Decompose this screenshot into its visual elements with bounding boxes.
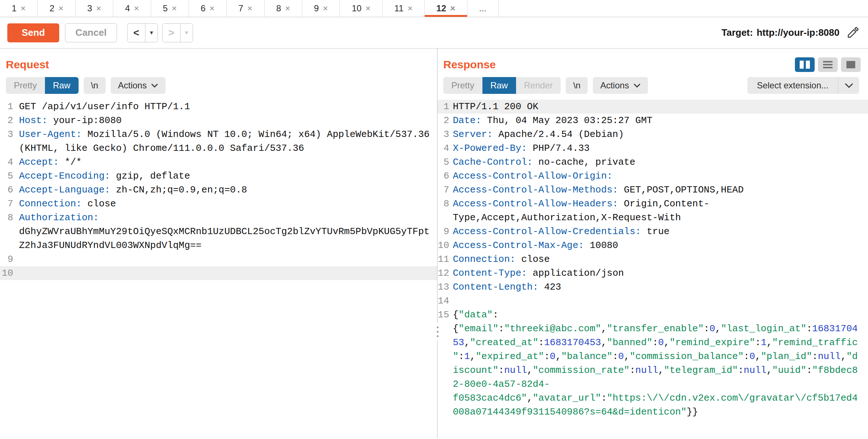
line-number: 1	[437, 100, 453, 114]
line-number: 5	[0, 169, 19, 183]
response-editor[interactable]: 1HTTP/1.1 200 OK2Date: Thu, 04 May 2023 …	[437, 100, 868, 438]
history-back-button[interactable]: <	[128, 24, 145, 42]
request-tab-raw[interactable]: Raw	[45, 77, 79, 94]
tab-close-icon[interactable]: ×	[172, 4, 177, 13]
tab-close-icon[interactable]: ×	[134, 4, 139, 13]
tab-close-icon[interactable]: ×	[247, 4, 253, 13]
code-text: GET /api/v1/user/info HTTP/1.1	[19, 100, 437, 114]
code-text: Accept: */*	[19, 155, 437, 169]
history-forward-button[interactable]: >	[163, 24, 180, 42]
response-viewbar: Pretty Raw Render \n Actions Select exte…	[437, 77, 868, 94]
request-viewbar: Pretty Raw \n Actions	[0, 77, 437, 94]
tab-close-icon[interactable]: ×	[323, 4, 328, 13]
send-button[interactable]: Send	[7, 23, 59, 42]
tab-close-icon[interactable]: ×	[20, 4, 26, 13]
line-number: 4	[437, 141, 453, 155]
response-code-line-15[interactable]: 15{"data":{"email":"threeki@abc.com","tr…	[437, 308, 868, 419]
tab-close-icon[interactable]: ×	[450, 4, 455, 13]
code-text: Connection: close	[453, 252, 868, 266]
request-code-line-6[interactable]: 6Accept-Language: zh-CN,zh;q=0.9,en;q=0.…	[0, 183, 437, 197]
response-code-line-14[interactable]: 14	[437, 294, 868, 308]
response-linebreak-toggle[interactable]: \n	[566, 77, 588, 94]
request-actions-button[interactable]: Actions	[111, 77, 166, 94]
response-code-line-9[interactable]: 9Access-Control-Allow-Credentials: true	[437, 225, 868, 238]
line-number: 3	[437, 127, 453, 141]
repeater-tab-1[interactable]: 1×	[0, 0, 38, 17]
request-view-tab-group: Pretty Raw	[6, 77, 79, 94]
response-code-line-3[interactable]: 3Server: Apache/2.4.54 (Debian)	[437, 127, 868, 141]
repeater-tab-10[interactable]: 10×	[340, 0, 383, 17]
tab-close-icon[interactable]: ×	[96, 4, 101, 13]
request-linebreak-toggle[interactable]: \n	[84, 77, 106, 94]
repeater-tab-4[interactable]: 4×	[113, 0, 151, 17]
response-code-line-1[interactable]: 1HTTP/1.1 200 OK	[437, 100, 868, 114]
tab-label: 9	[314, 3, 319, 14]
response-tab-pretty[interactable]: Pretty	[443, 77, 482, 94]
repeater-tab-2[interactable]: 2×	[38, 0, 75, 17]
request-code-line-7[interactable]: 7Connection: close	[0, 197, 437, 211]
code-text: X-Powered-By: PHP/7.4.33	[453, 141, 868, 155]
cancel-button[interactable]: Cancel	[65, 23, 117, 42]
response-tab-raw[interactable]: Raw	[482, 77, 516, 94]
repeater-tab-7[interactable]: 7×	[227, 0, 264, 17]
response-code-line-5[interactable]: 5Cache-Control: no-cache, private	[437, 155, 868, 169]
layout-rows-button[interactable]	[818, 57, 838, 72]
line-number: 13	[437, 280, 453, 294]
repeater-tab-11[interactable]: 11×	[383, 0, 425, 17]
code-text: Accept-Encoding: gzip, deflate	[19, 169, 437, 183]
code-text: Content-Type: application/json	[453, 266, 868, 280]
response-code-line-8[interactable]: 8Access-Control-Allow-Headers: Origin,Co…	[437, 197, 868, 225]
request-tab-pretty[interactable]: Pretty	[6, 77, 45, 94]
repeater-tab-bar: 1×2×3×4×5×6×7×8×9×10×11×12× ...	[0, 0, 868, 17]
pencil-icon[interactable]	[846, 26, 859, 39]
tab-label: 2	[49, 3, 54, 14]
response-code-line-11[interactable]: 11Connection: close	[437, 252, 868, 266]
tab-close-icon[interactable]: ×	[408, 4, 413, 13]
request-editor[interactable]: 1GET /api/v1/user/info HTTP/1.12Host: yo…	[0, 100, 437, 438]
line-number: 5	[437, 155, 453, 169]
repeater-tab-12[interactable]: 12×	[425, 0, 467, 17]
request-code-line-10[interactable]: 10	[0, 266, 437, 280]
repeater-tab-9[interactable]: 9×	[302, 0, 340, 17]
request-code-line-1[interactable]: 1GET /api/v1/user/info HTTP/1.1	[0, 100, 437, 114]
request-code-line-4[interactable]: 4Accept: */*	[0, 155, 437, 169]
line-number: 1	[0, 100, 19, 114]
line-number: 12	[437, 266, 453, 280]
repeater-tab-6[interactable]: 6×	[189, 0, 227, 17]
response-actions-button[interactable]: Actions	[593, 77, 648, 94]
request-code-line-2[interactable]: 2Host: your-ip:8080	[0, 114, 437, 127]
code-text: Accept-Language: zh-CN,zh;q=0.9,en;q=0.8	[19, 183, 437, 197]
code-text: User-Agent: Mozilla/5.0 (Windows NT 10.0…	[19, 127, 437, 155]
vertical-dots-icon	[437, 335, 439, 337]
history-back-dropdown-icon[interactable]: ▾	[145, 24, 158, 42]
response-code-line-2[interactable]: 2Date: Thu, 04 May 2023 03:25:27 GMT	[437, 114, 868, 127]
response-code-line-10[interactable]: 10Access-Control-Max-Age: 10080	[437, 238, 868, 252]
layout-single-button[interactable]	[841, 57, 861, 72]
tab-close-icon[interactable]: ×	[58, 4, 64, 13]
repeater-tab-5[interactable]: 5×	[151, 0, 189, 17]
response-code-line-4[interactable]: 4X-Powered-By: PHP/7.4.33	[437, 141, 868, 155]
response-code-line-13[interactable]: 13Content-Length: 423	[437, 280, 868, 294]
response-code-line-7[interactable]: 7Access-Control-Allow-Methods: GET,POST,…	[437, 183, 868, 197]
request-code-line-9[interactable]: 9	[0, 252, 437, 266]
panel-resize-handle[interactable]	[430, 323, 445, 340]
request-code-line-8[interactable]: 8Authorization: dGhyZWVraUBhYmMuY29tOiQy…	[0, 211, 437, 252]
response-code-line-6[interactable]: 6Access-Control-Allow-Origin:	[437, 169, 868, 183]
select-extension-button[interactable]: Select extension...	[747, 77, 838, 94]
response-code-line-12[interactable]: 12Content-Type: application/json	[437, 266, 868, 280]
select-extension-dropdown[interactable]	[838, 77, 859, 94]
request-code-line-5[interactable]: 5Accept-Encoding: gzip, deflate	[0, 169, 437, 183]
line-number: 6	[0, 183, 19, 197]
request-code-line-3[interactable]: 3User-Agent: Mozilla/5.0 (Windows NT 10.…	[0, 127, 437, 155]
tab-overflow[interactable]: ...	[467, 0, 499, 17]
chevron-down-icon	[845, 83, 853, 88]
layout-columns-button[interactable]	[795, 57, 815, 72]
tab-close-icon[interactable]: ×	[365, 4, 371, 13]
tab-close-icon[interactable]: ×	[285, 4, 290, 13]
history-forward-dropdown-icon[interactable]: ▾	[180, 24, 193, 42]
repeater-tab-3[interactable]: 3×	[76, 0, 113, 17]
response-tab-render[interactable]: Render	[516, 77, 561, 94]
line-number: 3	[0, 127, 19, 141]
repeater-tab-8[interactable]: 8×	[265, 0, 302, 17]
tab-close-icon[interactable]: ×	[209, 4, 215, 13]
